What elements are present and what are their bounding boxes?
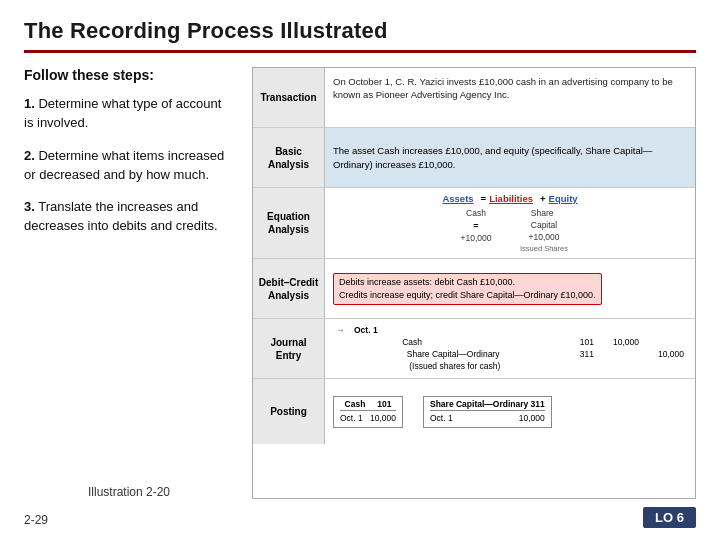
- journal-credit-header: [642, 325, 687, 337]
- journal-account-header: [399, 325, 567, 337]
- debit-credit-label: Debit–CreditAnalysis: [253, 259, 325, 318]
- journal-header-row: → Oct. 1: [333, 325, 687, 337]
- transaction-row: Transaction On October 1, C. R. Yazici i…: [253, 68, 695, 128]
- basic-analysis-label: BasicAnalysis: [253, 128, 325, 187]
- journal-credit-cash: [642, 337, 687, 349]
- eq-assets-label: Assets: [442, 192, 473, 205]
- follow-steps-label: Follow these steps:: [24, 67, 234, 83]
- eq-cash-val: =: [473, 220, 478, 233]
- posting-share-title: Share Capital—Ordinary 311: [430, 399, 545, 412]
- journal-ref-cash: 101: [567, 337, 597, 349]
- debit-credit-content: Debits increase assets: debit Cash £10,0…: [325, 259, 695, 318]
- eq-plus: +: [540, 192, 546, 205]
- basic-analysis-content: The asset Cash increases £10,000, and eq…: [325, 128, 695, 187]
- step-3-text: Translate the increases and decreases in…: [24, 199, 218, 233]
- posting-share-row: Oct. 1 10,000: [430, 413, 545, 425]
- bottom-bar: 2-29 LO 6: [24, 507, 696, 528]
- journal-row-cash: Cash 101 10,000: [333, 337, 687, 349]
- debit-highlight-box: Debits increase assets: debit Cash £10,0…: [333, 273, 602, 304]
- posting-accounts-container: Cash 101 Oct. 1 10,000 Share Capital—Ord…: [333, 396, 687, 429]
- transaction-label: Transaction: [253, 68, 325, 127]
- step-3: 3. Translate the increases and decreases…: [24, 198, 234, 236]
- posting-cash-row: Oct. 1 10,000: [340, 413, 396, 425]
- debit-line-2: Credits increase equity; credit Share Ca…: [339, 289, 596, 302]
- step-2: 2. Determine what items increased or dec…: [24, 147, 234, 185]
- illustration-panel: Transaction On October 1, C. R. Yazici i…: [252, 67, 696, 499]
- eq-spacer: [501, 208, 519, 254]
- journal-arrow: →: [333, 325, 351, 337]
- journal-debit-share: [597, 349, 642, 361]
- illustration-label: Illustration 2-20: [24, 477, 234, 499]
- step-3-num: 3.: [24, 199, 35, 214]
- step-2-num: 2.: [24, 148, 35, 163]
- equation-analysis-row: EquationAnalysis Assets = Liabilities + …: [253, 188, 695, 259]
- journal-account-share: Share Capital—Ordinary: [399, 349, 567, 361]
- posting-row: Posting Cash 101 Oct. 1 10,000 Sha: [253, 379, 695, 444]
- step-1: 1. Determine what type of account is inv…: [24, 95, 234, 133]
- posting-account-share: Share Capital—Ordinary 311 Oct. 1 10,000: [423, 396, 552, 429]
- eq-cash-change: +10,000: [461, 233, 492, 245]
- journal-entry-row: JournalEntry → Oct. 1: [253, 319, 695, 379]
- eq-equals: =: [481, 192, 487, 205]
- step-1-num: 1.: [24, 96, 35, 111]
- eq-cash-label: Cash: [466, 208, 486, 220]
- debit-line-1: Debits increase assets: debit Cash £10,0…: [339, 276, 596, 289]
- page-title: The Recording Process Illustrated: [24, 18, 388, 43]
- journal-entry-label: JournalEntry: [253, 319, 325, 378]
- eq-equity-label: Equity: [549, 192, 578, 205]
- posting-content: Cash 101 Oct. 1 10,000 Share Capital—Ord…: [325, 379, 695, 444]
- posting-label: Posting: [253, 379, 325, 444]
- lo-badge: LO 6: [643, 507, 696, 528]
- journal-credit-share: 10,000: [642, 349, 687, 361]
- journal-row-share: Share Capital—Ordinary 311 10,000: [333, 349, 687, 361]
- posting-share-date: Oct. 1: [430, 413, 453, 425]
- journal-account-cash: Cash: [399, 337, 567, 349]
- page-number: 2-29: [24, 513, 48, 527]
- posting-cash-date: Oct. 1: [340, 413, 363, 425]
- journal-debit-cash: 10,000: [597, 337, 642, 349]
- equation-analysis-content: Assets = Liabilities + Equity Cash = +10…: [325, 188, 695, 258]
- journal-entry-content: → Oct. 1 Cash 101 10,000: [325, 319, 695, 378]
- journal-row-note: (Issued shares for cash): [333, 361, 687, 373]
- basic-analysis-row: BasicAnalysis The asset Cash increases £…: [253, 128, 695, 188]
- journal-table: → Oct. 1 Cash 101 10,000: [333, 325, 687, 373]
- step-2-text: Determine what items increased or decrea…: [24, 148, 224, 182]
- posting-cash-amount: 10,000: [370, 413, 396, 425]
- posting-cash-title: Cash 101: [340, 399, 396, 412]
- posting-account-cash: Cash 101 Oct. 1 10,000: [333, 396, 403, 429]
- step-1-text: Determine what type of account is involv…: [24, 96, 221, 130]
- journal-date-header: Oct. 1: [351, 325, 399, 337]
- eq-share-sub: Issued Shares: [520, 244, 568, 255]
- posting-share-amount: 10,000: [519, 413, 545, 425]
- journal-debit-header: [597, 325, 642, 337]
- eq-liabilities-label: Liabilities: [489, 192, 533, 205]
- journal-ref-header: [567, 325, 597, 337]
- journal-note: (Issued shares for cash): [399, 361, 687, 373]
- journal-ref-share: 311: [567, 349, 597, 361]
- eq-share-label: ShareCapital: [531, 208, 557, 232]
- eq-share-change: +10,000: [529, 232, 560, 244]
- debit-credit-row: Debit–CreditAnalysis Debits increase ass…: [253, 259, 695, 319]
- equation-analysis-label: EquationAnalysis: [253, 188, 325, 258]
- transaction-content: On October 1, C. R. Yazici invests £10,0…: [325, 68, 695, 127]
